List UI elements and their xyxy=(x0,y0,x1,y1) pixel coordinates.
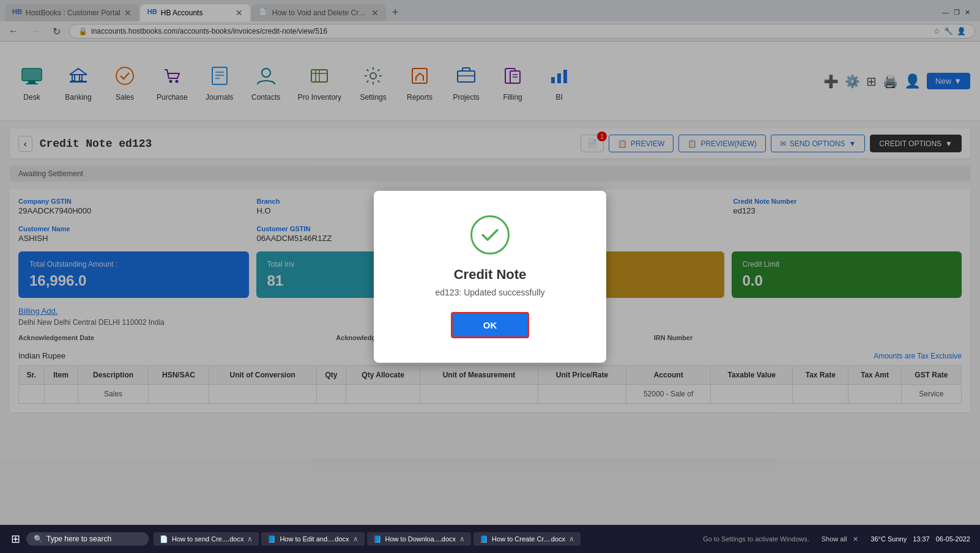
modal-title: Credit Note xyxy=(404,267,576,283)
taskbar-date: 06-05-2022 xyxy=(936,535,970,543)
show-all-button[interactable]: Show all xyxy=(822,535,847,543)
taskbar-doc-icon-2: 📘 xyxy=(267,535,276,543)
taskbar-search-label: Type here to search xyxy=(46,535,111,543)
taskbar-item-1[interactable]: 📄 How to send Cre....docx ∧ xyxy=(154,532,259,546)
taskbar-item-label-1: How to send Cre....docx xyxy=(172,535,243,543)
weather-text: 36°C Sunny xyxy=(870,535,907,543)
taskbar-doc-icon-1: 📄 xyxy=(160,535,168,543)
close-taskbar-icon[interactable]: ✕ xyxy=(853,535,858,543)
activate-windows-text: Go to Settings to activate Windows. xyxy=(703,535,809,543)
taskbar-item-2[interactable]: 📘 How to Edit and....docx ∧ xyxy=(261,532,364,546)
modal-overlay: Credit Note ed123: Updated successfully … xyxy=(0,0,980,553)
taskbar-right: Go to Settings to activate Windows. Show… xyxy=(703,535,975,543)
taskbar-doc-icon-4: 📘 xyxy=(480,535,488,543)
taskbar-item-3[interactable]: 📘 How to Downloa....docx ∧ xyxy=(367,532,472,546)
taskbar-doc-icon-3: 📘 xyxy=(373,535,382,543)
search-icon: 🔍 xyxy=(34,535,43,543)
taskbar-search[interactable]: 🔍 Type here to search xyxy=(26,532,149,546)
taskbar-item-label-3: How to Downloa....docx xyxy=(385,535,456,543)
start-button[interactable]: ⊞ xyxy=(5,530,26,548)
modal-ok-button[interactable]: OK xyxy=(451,312,530,338)
taskbar-item-label-4: How to Create Cr....docx xyxy=(492,535,565,543)
taskbar-items: 📄 How to send Cre....docx ∧ 📘 How to Edi… xyxy=(154,532,703,546)
taskbar-item-close-4[interactable]: ∧ xyxy=(569,535,574,543)
taskbar-item-close-3[interactable]: ∧ xyxy=(459,535,465,543)
taskbar-item-close-1[interactable]: ∧ xyxy=(247,535,253,543)
taskbar-item-4[interactable]: 📘 How to Create Cr....docx ∧ xyxy=(473,532,581,546)
success-modal: Credit Note ed123: Updated successfully … xyxy=(374,191,606,363)
success-icon xyxy=(470,215,510,254)
taskbar-time: 13:37 xyxy=(913,535,930,543)
modal-message: ed123: Updated successfully xyxy=(404,288,576,297)
taskbar-item-close-2[interactable]: ∧ xyxy=(353,535,358,543)
taskbar: ⊞ 🔍 Type here to search 📄 How to send Cr… xyxy=(0,525,980,553)
taskbar-item-label-2: How to Edit and....docx xyxy=(280,535,349,543)
